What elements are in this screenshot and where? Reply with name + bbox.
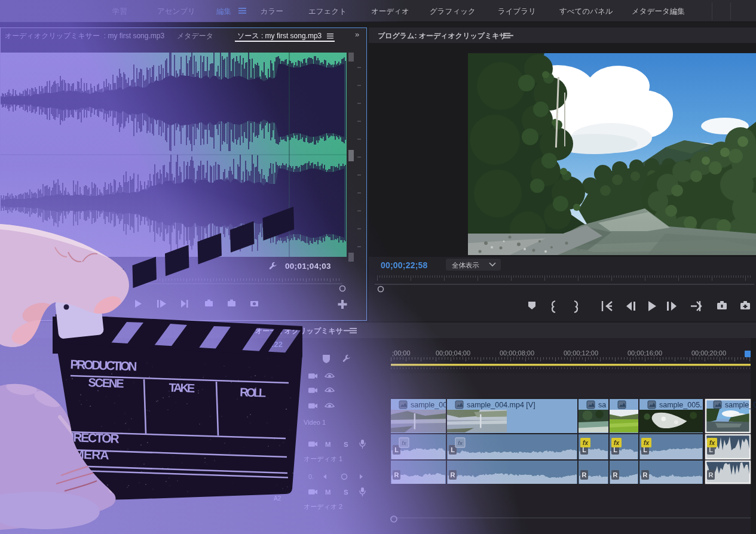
svg-text:PRODUCTION: PRODUCTION: [70, 357, 137, 373]
svg-text:SCENE: SCENE: [88, 376, 124, 390]
svg-text:TAKE: TAKE: [169, 380, 195, 394]
svg-text:ROLL: ROLL: [240, 385, 267, 399]
